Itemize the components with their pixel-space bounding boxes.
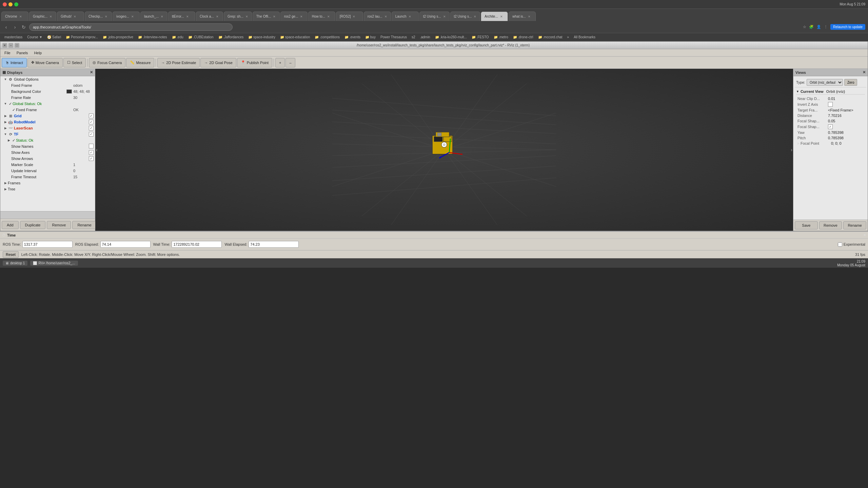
tab-ros2ge[interactable]: ros2 ge...✕ xyxy=(280,12,308,21)
tab-launch[interactable]: launch_...✕ xyxy=(140,12,167,21)
bm-events[interactable]: 📁 .events xyxy=(343,35,362,40)
save-view-button[interactable]: Save xyxy=(795,221,818,229)
minimize-dot[interactable] xyxy=(8,2,13,6)
relaunch-button[interactable]: Relaunch to update xyxy=(830,24,865,30)
measure-button[interactable]: 📏 Measure xyxy=(126,58,154,67)
tab-archite[interactable]: Archite...✕ xyxy=(481,12,508,21)
tab-graphic[interactable]: Graphic...✕ xyxy=(29,12,56,21)
tree-global-options[interactable]: ▼ ⚙ Global Options xyxy=(0,76,95,82)
tab-ivogeo[interactable]: ivogeo...✕ xyxy=(113,12,140,21)
tab-launch2[interactable]: Launch✕ xyxy=(392,12,419,21)
tab-ros2[interactable]: [ROS2]✕ xyxy=(336,12,363,21)
viewport-3d[interactable]: ‹ xyxy=(95,69,793,231)
global-options-arrow[interactable]: ▼ xyxy=(3,77,8,82)
publish-point-button[interactable]: 📍 Publish Point xyxy=(237,58,272,67)
reload-button[interactable]: ↻ xyxy=(20,24,27,30)
reset-button[interactable]: Reset xyxy=(3,251,19,258)
ros-time-input[interactable] xyxy=(22,241,73,248)
laserscan-arrow[interactable]: ▶ xyxy=(3,126,8,130)
show-names-checkbox[interactable] xyxy=(89,144,94,148)
duplicate-button[interactable]: Duplicate xyxy=(20,221,46,229)
extensions-icon[interactable]: 🧩 xyxy=(809,25,814,29)
tree-laserscan[interactable]: ▶ 〰 LaserScan xyxy=(0,125,95,131)
remove-display-button[interactable]: Remove xyxy=(47,221,71,229)
bm-jobs[interactable]: 📁 .jobs-prospective xyxy=(101,35,135,40)
time-close[interactable]: ✕ xyxy=(863,233,866,237)
minus-tool-button[interactable]: – xyxy=(285,58,295,67)
bm-festo[interactable]: 📁 .FESTO xyxy=(470,35,491,40)
tf-status-arrow[interactable]: ▶ xyxy=(6,138,11,143)
tab-using1[interactable]: t2 Using s...✕ xyxy=(419,12,450,21)
back-button[interactable]: ‹ xyxy=(3,24,9,30)
interact-button[interactable]: 🖱 Interact xyxy=(2,58,27,67)
bm-powerthes[interactable]: Power Thesaurus xyxy=(379,35,409,40)
viewport-arrow-right[interactable]: › xyxy=(791,147,792,152)
taskbar-rviz[interactable]: ⬜ RV≠ /home/user/ros2_... xyxy=(30,261,78,266)
views-close[interactable]: ✕ xyxy=(863,70,866,75)
ros-elapsed-input[interactable] xyxy=(100,241,151,248)
pose-estimate-button[interactable]: → 2D Pose Estimate xyxy=(157,58,200,67)
forward-button[interactable]: › xyxy=(12,24,18,30)
zero-button[interactable]: Zero xyxy=(844,79,857,86)
bm-cube[interactable]: 📁 .CUBEstation xyxy=(186,35,215,40)
bm-course[interactable]: Course ▼ xyxy=(25,35,44,40)
tree-robotmodel[interactable]: ▶ 🤖 RobotModel xyxy=(0,119,95,125)
bm-drone[interactable]: 📁 .drone-ctrl xyxy=(511,35,535,40)
win-close-btn[interactable]: ✕ xyxy=(2,43,7,48)
bm-jaff[interactable]: 📁 .Jaffordances xyxy=(217,35,245,40)
bm-edu[interactable]: 📁 .edu xyxy=(170,35,185,40)
wall-time-input[interactable] xyxy=(172,241,222,248)
menu-file[interactable]: File xyxy=(2,50,13,56)
invert-z-checkbox[interactable] xyxy=(828,102,833,107)
robotmodel-arrow[interactable]: ▶ xyxy=(3,120,8,124)
grid-checkbox[interactable] xyxy=(89,114,94,118)
rename-view-button[interactable]: Rename xyxy=(843,221,866,229)
remove-view-button[interactable]: Remove xyxy=(819,221,842,229)
win-min-btn[interactable]: – xyxy=(8,43,13,48)
rename-display-button[interactable]: Rename xyxy=(72,221,97,229)
menu-panels[interactable]: Panels xyxy=(14,50,31,56)
menu-icon[interactable]: ⋮ xyxy=(824,25,828,29)
type-select[interactable]: Orbit (rviz_defaul xyxy=(807,79,843,86)
displays-close[interactable]: ✕ xyxy=(90,70,93,75)
bm-comp[interactable]: 📁 .competitions xyxy=(313,35,341,40)
close-dot[interactable] xyxy=(3,2,7,6)
bm-masterclass[interactable]: masterclass xyxy=(3,35,24,40)
global-status-arrow[interactable]: ▼ xyxy=(3,101,8,106)
bm-allbookmarks[interactable]: All Bookmarks xyxy=(572,35,597,40)
wall-elapsed-input[interactable] xyxy=(249,241,299,248)
address-input[interactable] xyxy=(29,23,233,31)
viewport-arrow-left[interactable]: ‹ xyxy=(96,147,98,152)
goal-pose-button[interactable]: → 2D Goal Pose xyxy=(200,58,236,67)
bm-kria[interactable]: 📁 .kria-kv260-mult... xyxy=(433,35,469,40)
tf-arrow[interactable]: ▼ xyxy=(3,132,8,137)
win-max-btn[interactable]: □ xyxy=(15,43,19,48)
focal-point-arrow[interactable]: ▶ xyxy=(797,142,800,145)
bm-metro[interactable]: 📁 .metro xyxy=(492,35,510,40)
tab-grep[interactable]: Grep: sh...✕ xyxy=(224,12,252,21)
tab-github[interactable]: Github!✕ xyxy=(57,12,84,21)
profile-icon[interactable]: 👤 xyxy=(816,25,821,29)
tab-howto[interactable]: How to...✕ xyxy=(308,12,335,21)
tree-tf[interactable]: ▼ ⟳ TF xyxy=(0,131,95,137)
show-arrows-checkbox[interactable] xyxy=(89,156,94,161)
maximize-dot[interactable] xyxy=(14,2,18,6)
bm-mccord[interactable]: 📁 .mccord.chat xyxy=(536,35,564,40)
tree-global-status[interactable]: ▼ ✓ Global Status: Ok xyxy=(0,101,95,107)
viewport-canvas[interactable]: ‹ xyxy=(95,69,793,231)
tree-frames[interactable]: ▶ Frames xyxy=(0,180,95,186)
tab-tterror[interactable]: ttError...✕ xyxy=(168,12,195,21)
bm-safari[interactable]: 🧭 Safari xyxy=(45,35,63,40)
tab-checkp[interactable]: Checkp...✕ xyxy=(85,12,112,21)
laserscan-checkbox[interactable] xyxy=(89,126,94,130)
tab-clock[interactable]: Clock a...✕ xyxy=(196,12,223,21)
bookmark-icon[interactable]: ☆ xyxy=(803,25,806,29)
tab-theoffi[interactable]: The Offi...✕ xyxy=(253,12,280,21)
menu-help[interactable]: Help xyxy=(31,50,44,56)
add-tool-button[interactable]: + xyxy=(275,58,285,67)
move-camera-button[interactable]: ✥ Move Camera xyxy=(27,58,63,67)
frames-arrow[interactable]: ▶ xyxy=(3,181,8,185)
bm-spaceed[interactable]: 📁 space-education xyxy=(278,35,312,40)
bm-more[interactable]: » xyxy=(566,35,571,40)
tab-chrome[interactable]: Chrome✕ xyxy=(1,12,28,21)
